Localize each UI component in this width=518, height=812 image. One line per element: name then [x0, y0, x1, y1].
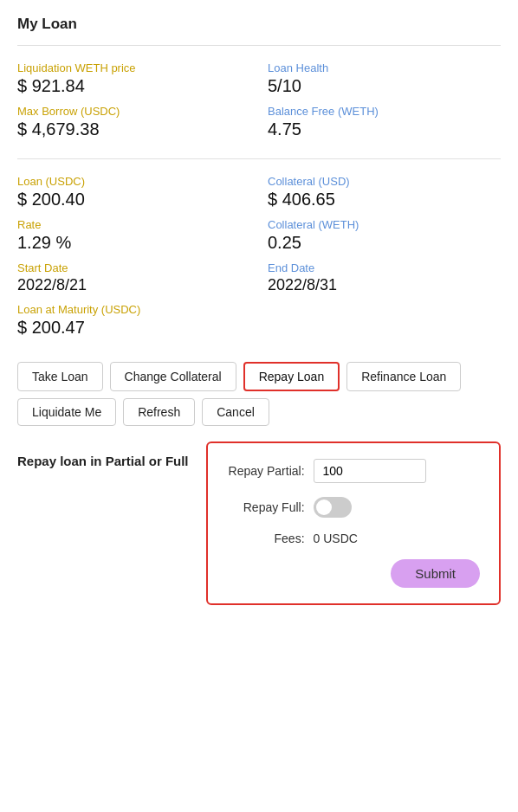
repay-partial-label: Repay Partial:: [227, 464, 305, 478]
collateral-weth-value: 0.25: [268, 233, 501, 253]
loan-health-value: 5/10: [268, 76, 501, 96]
fees-value: 0 USDC: [314, 532, 358, 545]
repay-section: Repay loan in Partial or Full Repay Part…: [17, 441, 501, 605]
liquidation-weth-price-label: Liquidation WETH price: [17, 61, 250, 74]
collateral-usd-item: Collateral (USD) $ 406.65: [268, 175, 501, 209]
start-date-label: Start Date: [17, 261, 250, 274]
balance-free-label: Balance Free (WETH): [268, 105, 501, 118]
liquidation-weth-price-value: $ 921.84: [17, 76, 250, 96]
rate-item: Rate 1.29 %: [17, 218, 250, 253]
end-date-value: 2022/8/31: [268, 276, 501, 294]
refresh-button[interactable]: Refresh: [123, 398, 195, 426]
divider-top: [17, 45, 501, 46]
loan-usdc-label: Loan (USDC): [17, 175, 250, 188]
loan-info-top: Liquidation WETH price $ 921.84 Loan Hea…: [17, 56, 501, 148]
toggle-slider: [314, 497, 352, 518]
repay-box: Repay Partial: Repay Full: Fees: 0 USDC …: [206, 441, 501, 605]
end-date-item: End Date 2022/8/31: [268, 261, 501, 294]
submit-row: Submit: [227, 559, 480, 588]
loan-usdc-value: $ 200.40: [17, 190, 250, 209]
collateral-usd-label: Collateral (USD): [268, 175, 501, 188]
take-loan-button[interactable]: Take Loan: [17, 362, 103, 391]
submit-button[interactable]: Submit: [391, 559, 480, 588]
cancel-button[interactable]: Cancel: [202, 398, 269, 426]
collateral-usd-value: $ 406.65: [268, 190, 501, 209]
action-buttons: Take Loan Change Collateral Repay Loan R…: [17, 362, 501, 426]
loan-maturity-label: Loan at Maturity (USDC): [17, 303, 501, 316]
collateral-weth-item: Collateral (WETH) 0.25: [268, 218, 501, 253]
start-date-value: 2022/8/21: [17, 276, 250, 294]
max-borrow-item: Max Borrow (USDC) $ 4,679.38: [17, 105, 250, 139]
collateral-weth-label: Collateral (WETH): [268, 218, 501, 231]
change-collateral-button[interactable]: Change Collateral: [110, 362, 236, 391]
balance-free-item: Balance Free (WETH) 4.75: [268, 105, 501, 139]
fees-label: Fees:: [227, 532, 305, 545]
rate-label: Rate: [17, 218, 250, 231]
rate-value: 1.29 %: [17, 233, 250, 253]
fees-row: Fees: 0 USDC: [227, 532, 480, 545]
loan-health-label: Loan Health: [268, 61, 501, 74]
liquidation-weth-price-item: Liquidation WETH price $ 921.84: [17, 61, 250, 96]
refinance-loan-button[interactable]: Refinance Loan: [346, 362, 461, 391]
repay-section-title: Repay loan in Partial or Full: [17, 441, 189, 468]
start-date-item: Start Date 2022/8/21: [17, 261, 250, 294]
liquidate-me-button[interactable]: Liquidate Me: [17, 398, 116, 426]
divider-mid: [17, 158, 501, 159]
repay-full-toggle[interactable]: [314, 497, 352, 518]
loan-health-item: Loan Health 5/10: [268, 61, 501, 96]
end-date-label: End Date: [268, 261, 501, 274]
repay-full-row: Repay Full:: [227, 497, 480, 518]
balance-free-value: 4.75: [268, 119, 501, 139]
repay-loan-button[interactable]: Repay Loan: [243, 362, 340, 391]
repay-partial-input[interactable]: [314, 459, 426, 483]
max-borrow-label: Max Borrow (USDC): [17, 105, 250, 118]
page-title: My Loan: [17, 16, 501, 33]
max-borrow-value: $ 4,679.38: [17, 119, 250, 139]
loan-usdc-item: Loan (USDC) $ 200.40: [17, 175, 250, 209]
loan-info-bottom: Loan (USDC) $ 200.40 Collateral (USD) $ …: [17, 170, 501, 346]
repay-partial-row: Repay Partial:: [227, 459, 480, 483]
loan-maturity-item: Loan at Maturity (USDC) $ 200.47: [17, 303, 501, 338]
repay-full-label: Repay Full:: [227, 500, 305, 514]
loan-maturity-value: $ 200.47: [17, 318, 501, 338]
